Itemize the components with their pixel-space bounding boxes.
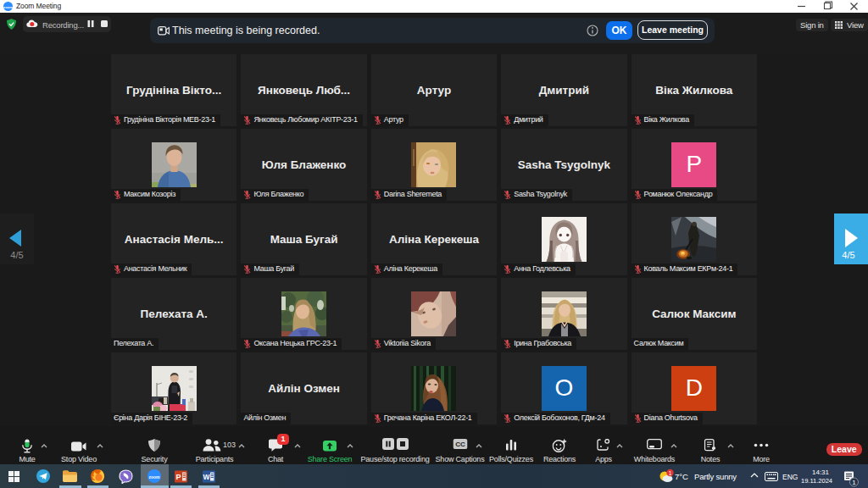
svg-text:zoom: zoom (3, 5, 13, 9)
svg-text:1: 1 (669, 470, 672, 476)
svg-text:zoom: zoom (148, 474, 160, 480)
svg-text:1: 1 (852, 479, 856, 486)
svg-text:W: W (203, 473, 210, 481)
svg-text:CC: CC (455, 441, 465, 448)
svg-text:P: P (175, 473, 181, 481)
